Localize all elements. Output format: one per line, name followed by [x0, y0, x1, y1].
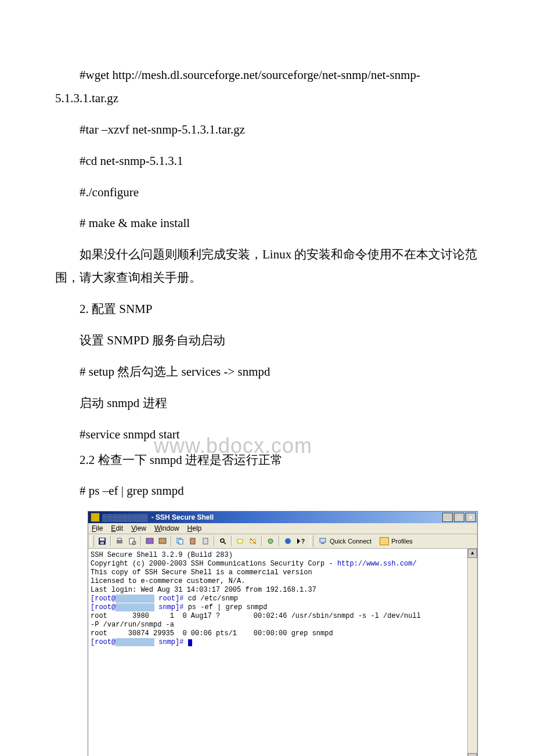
titlebar[interactable]: ▓▓▓▓▓▓▓▓▓ - SSH Secure Shell _ □ ×: [88, 512, 477, 523]
para-snmpd-auto: 设置 SNMPD 服务自动启动: [55, 329, 479, 352]
cursor: [188, 639, 192, 646]
svg-rect-1: [100, 538, 104, 541]
para-install-note: 如果没什么问题则顺利完成安装，Linux 的安装和命令使用不在本文讨论范围，请大…: [55, 243, 479, 290]
app-icon: [91, 513, 100, 522]
term-line: root 30874 29935 0 00:06 pts/1 00:00:00 …: [91, 629, 475, 638]
disconnect-icon[interactable]: [247, 535, 259, 547]
find-icon[interactable]: [217, 535, 229, 547]
ssh-window: ▓▓▓▓▓▓▓▓▓ - SSH Secure Shell _ □ × File …: [88, 511, 478, 756]
title-suffix: - SSH Secure Shell: [151, 513, 214, 521]
log-icon[interactable]: [282, 535, 294, 547]
preview-icon[interactable]: [127, 535, 138, 547]
svg-rect-2: [100, 542, 104, 544]
svg-rect-7: [146, 538, 153, 543]
term-line: This copy of SSH Secure Shell is a comme…: [91, 568, 475, 577]
term-line: Last login: Wed Aug 31 14:03:17 2005 fro…: [91, 586, 475, 595]
copy-icon[interactable]: [174, 535, 186, 547]
menu-file[interactable]: File: [92, 524, 103, 532]
profiles-label: Profiles: [391, 538, 413, 545]
term-line: [root@XXXXXXXXX snmp]#: [91, 638, 475, 647]
quick-connect-label: Quick Connect: [330, 538, 371, 545]
para-wget-a: #wget http://mesh.dl.sourceforge.net/sou…: [55, 64, 479, 87]
new-terminal-icon[interactable]: [144, 535, 156, 547]
term-line: licensed to e-commerce customer, N/A.: [91, 577, 475, 586]
para-configure: #./configure: [55, 181, 479, 204]
folder-icon: [380, 537, 389, 545]
term-line: Copyright (c) 2000-2003 SSH Communicatio…: [91, 560, 475, 568]
para-wget-b: 5.1.3.1.tar.gz: [55, 87, 479, 110]
svg-text:?: ?: [301, 538, 305, 545]
para-tar: #tar –xzvf net-snmp-5.1.3.1.tar.gz: [55, 118, 479, 142]
quick-connect-button[interactable]: Quick Connect: [316, 535, 375, 547]
new-file-transfer-icon[interactable]: [157, 535, 168, 547]
terminal[interactable]: SSH Secure Shell 3.2.9 (Build 283) Copyr…: [88, 549, 477, 756]
toolbar-grip-2[interactable]: [310, 535, 313, 547]
menu-view[interactable]: View: [131, 524, 146, 532]
ssh-link[interactable]: http://www.ssh.com/: [337, 560, 417, 568]
computer-icon: [319, 537, 327, 545]
menu-edit[interactable]: Edit: [111, 524, 123, 532]
paste-icon[interactable]: [187, 535, 199, 547]
para-start-snmpd: 启动 snmpd 进程: [55, 392, 479, 415]
para-make: # make & make install: [55, 212, 479, 235]
connect-icon[interactable]: [234, 535, 246, 547]
settings-icon[interactable]: [265, 535, 276, 547]
scroll-down-icon[interactable]: ▼: [468, 753, 477, 756]
title-host: ▓▓▓▓▓▓▓▓▓: [102, 513, 148, 521]
menu-help[interactable]: Help: [187, 524, 202, 532]
svg-rect-4: [118, 538, 121, 541]
minimize-button[interactable]: _: [442, 513, 453, 522]
menu-window[interactable]: Window: [154, 524, 179, 532]
term-line: SSH Secure Shell 3.2.9 (Build 283): [91, 551, 475, 560]
para-check-snmpd: 2.2 检查一下 snmpd 进程是否运行正常: [55, 449, 479, 472]
term-line: root 3980 1 0 Aug17 ? 00:02:46 /usr/sbin…: [91, 612, 475, 621]
para-cd: #cd net-snmp-5.1.3.1: [55, 150, 479, 173]
close-button[interactable]: ×: [466, 513, 476, 522]
save-icon[interactable]: [96, 535, 108, 547]
para-heading-2: 2. 配置 SNMP: [55, 298, 479, 321]
term-line: -P /var/run/snmpd -a: [91, 621, 475, 629]
svg-rect-11: [190, 538, 195, 544]
svg-line-15: [223, 542, 226, 544]
svg-point-20: [285, 538, 291, 544]
svg-rect-23: [321, 543, 324, 544]
toolbar-grip[interactable]: [91, 535, 94, 547]
svg-rect-8: [159, 538, 166, 543]
maximize-button[interactable]: □: [454, 513, 464, 522]
term-line: [root@XXXXXXXXX root]# cd /etc/snmp: [91, 595, 475, 603]
para-ps-grep: # ps –ef | grep snmpd: [55, 480, 479, 503]
toolbar: ? Quick Connect Profiles: [88, 534, 477, 549]
svg-point-19: [268, 539, 273, 543]
svg-rect-22: [320, 538, 326, 542]
scrollbar[interactable]: ▲ ▼: [467, 549, 477, 756]
help-icon[interactable]: ?: [295, 535, 306, 547]
menubar: File Edit View Window Help: [88, 523, 477, 534]
svg-rect-16: [237, 539, 243, 543]
svg-rect-13: [203, 538, 208, 544]
clipboard-icon[interactable]: [200, 535, 211, 547]
svg-rect-12: [192, 538, 194, 539]
svg-rect-10: [179, 539, 183, 544]
profiles-button[interactable]: Profiles: [376, 535, 416, 547]
print-icon[interactable]: [114, 535, 125, 547]
para-service-start: #service snmpd start: [55, 423, 479, 447]
scroll-up-icon[interactable]: ▲: [468, 549, 477, 558]
para-setup: # setup 然后勾选上 services -> snmpd: [55, 361, 479, 384]
term-line: [root@XXXXXXXXX snmp]# ps -ef | grep snm…: [91, 603, 475, 612]
